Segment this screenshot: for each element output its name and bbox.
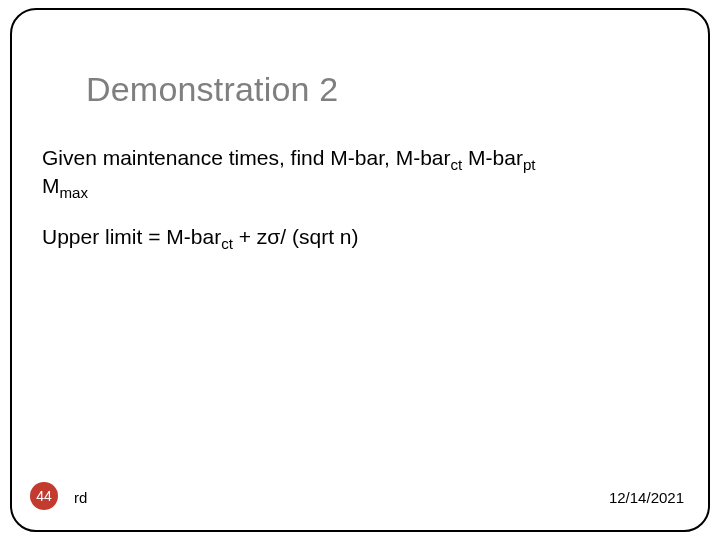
text: + zσ/ (sqrt n) xyxy=(233,225,359,248)
slide-title: Demonstration 2 xyxy=(86,70,338,109)
subscript-ct: ct xyxy=(451,156,463,173)
body-line-2: Mmax xyxy=(42,172,678,200)
body-line-1: Given maintenance times, find M-bar, M-b… xyxy=(42,144,678,172)
page-number-badge: 44 xyxy=(30,482,58,510)
slide-body: Given maintenance times, find M-bar, M-b… xyxy=(42,144,678,251)
body-line-3: Upper limit = M-barct + zσ/ (sqrt n) xyxy=(42,223,678,251)
date-label: 12/14/2021 xyxy=(609,489,684,506)
text: Given maintenance times, find M-bar, M-b… xyxy=(42,146,451,169)
author-label: rd xyxy=(74,489,87,506)
subscript-ct: ct xyxy=(221,235,233,252)
text: Upper limit = M-bar xyxy=(42,225,221,248)
slide: Demonstration 2 Given maintenance times,… xyxy=(0,0,720,540)
text: M-bar xyxy=(462,146,523,169)
subscript-pt: pt xyxy=(523,156,536,173)
subscript-max: max xyxy=(60,185,89,202)
text: M xyxy=(42,174,60,197)
